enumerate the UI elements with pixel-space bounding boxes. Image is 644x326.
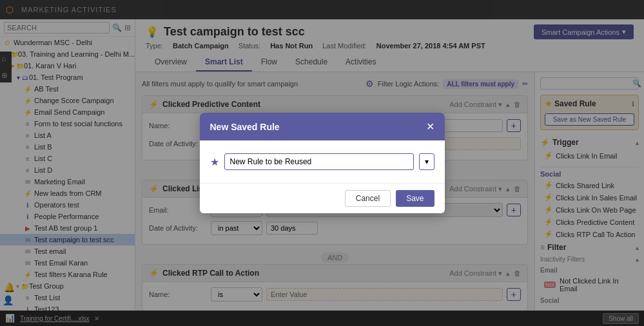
modal-footer: Cancel Save [200, 183, 445, 213]
modal-rule-name-input[interactable] [224, 153, 414, 170]
modal-star-icon: ★ [210, 156, 219, 168]
modal-overlay: New Saved Rule ✕ ★ ▾ Cancel Save [0, 0, 644, 326]
modal-title: New Saved Rule [210, 122, 280, 132]
new-saved-rule-modal: New Saved Rule ✕ ★ ▾ Cancel Save [200, 113, 445, 213]
modal-dropdown-icon[interactable]: ▾ [419, 153, 434, 170]
modal-header: New Saved Rule ✕ [200, 113, 445, 140]
modal-save-button[interactable]: Save [396, 190, 434, 207]
modal-close-button[interactable]: ✕ [426, 120, 434, 133]
modal-body: ★ ▾ [200, 140, 445, 183]
modal-cancel-button[interactable]: Cancel [345, 190, 391, 207]
modal-input-row: ★ ▾ [210, 153, 434, 170]
